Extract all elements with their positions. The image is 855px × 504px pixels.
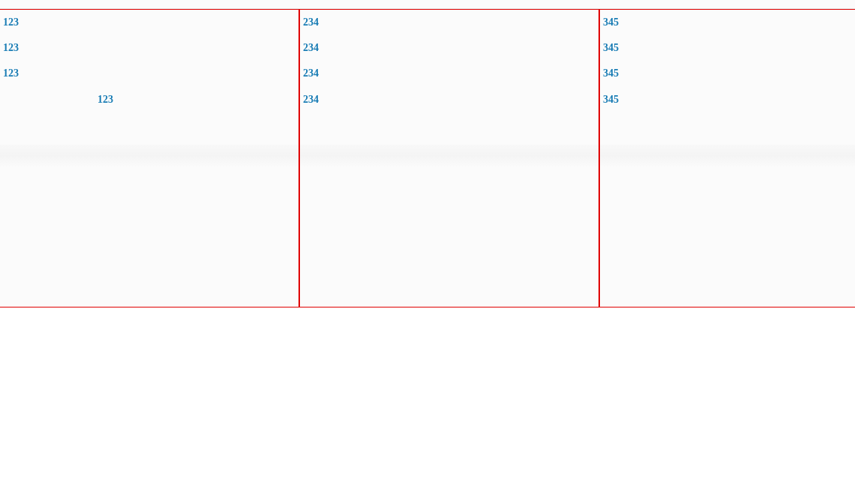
gradient-band bbox=[600, 145, 855, 167]
link-col3-item3[interactable]: 345 bbox=[600, 87, 855, 112]
gradient-band bbox=[0, 145, 298, 167]
link-col3-item1[interactable]: 345 bbox=[600, 35, 855, 61]
column-3: 345 345 345 345 bbox=[600, 10, 855, 307]
link-col1-item2[interactable]: 123 bbox=[0, 61, 298, 86]
link-col2-item0[interactable]: 234 bbox=[300, 10, 598, 35]
cell-block: 123 123 123 123 bbox=[0, 10, 298, 112]
gradient-band bbox=[300, 145, 598, 167]
grid-container: 123 123 123 123 234 234 234 234 345 345 … bbox=[0, 9, 855, 308]
link-col2-item2[interactable]: 234 bbox=[300, 61, 598, 86]
link-col3-item0[interactable]: 345 bbox=[600, 10, 855, 35]
cell-block: 234 234 234 234 bbox=[300, 10, 598, 112]
link-col3-item2[interactable]: 345 bbox=[600, 61, 855, 86]
link-col2-item1[interactable]: 234 bbox=[300, 35, 598, 61]
column-2: 234 234 234 234 bbox=[300, 10, 600, 307]
link-col1-item0[interactable]: 123 bbox=[0, 10, 298, 35]
cell-block: 345 345 345 345 bbox=[600, 10, 855, 112]
top-bar bbox=[0, 0, 855, 9]
link-col1-item3[interactable]: 123 bbox=[0, 87, 298, 112]
column-1: 123 123 123 123 bbox=[0, 10, 300, 307]
link-col1-item1[interactable]: 123 bbox=[0, 35, 298, 61]
link-col2-item3[interactable]: 234 bbox=[300, 87, 598, 112]
